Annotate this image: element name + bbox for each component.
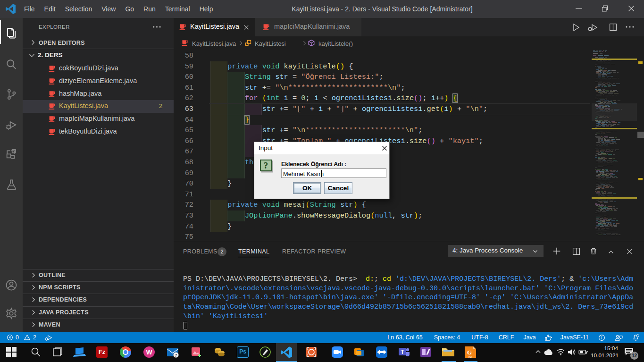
svg-text:PDF: PDF (468, 356, 473, 358)
svg-text:7: 7 (175, 353, 177, 358)
svg-text:G: G (467, 349, 472, 356)
svg-text:T: T (401, 349, 404, 355)
